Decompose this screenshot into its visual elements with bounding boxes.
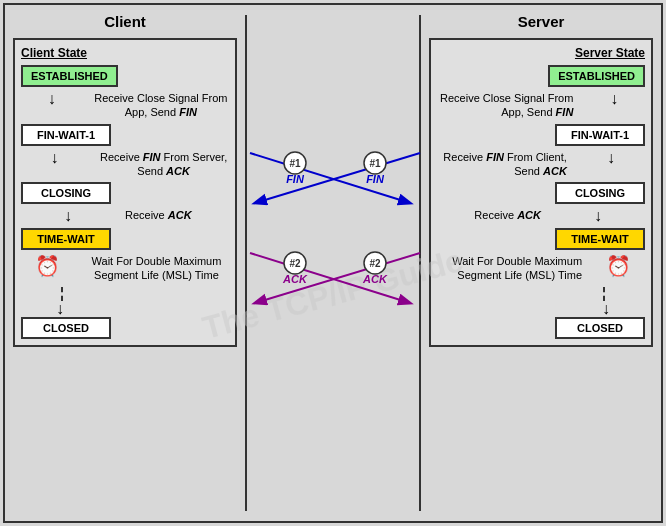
server-closed: CLOSED <box>555 317 645 339</box>
server-desc-1: Receive Close Signal From App, Send FIN <box>437 91 573 120</box>
client-closing: CLOSING <box>21 182 111 204</box>
server-state-title: Server State <box>437 46 645 60</box>
server-timewait: TIME-WAIT <box>555 228 645 250</box>
client-desc-2: Receive FIN From Server, Send ACK <box>98 150 229 179</box>
client-column: Client Client State ESTABLISHED ↓ Receiv… <box>5 5 245 521</box>
client-established: ESTABLISHED <box>21 65 118 87</box>
server-title: Server <box>429 13 653 30</box>
client-state-title: Client State <box>21 46 229 60</box>
server-closing: CLOSING <box>555 182 645 204</box>
client-title: Client <box>13 13 237 30</box>
server-established: ESTABLISHED <box>548 65 645 87</box>
middle-area <box>247 5 419 521</box>
client-finwait1: FIN-WAIT-1 <box>21 124 111 146</box>
client-desc-4: Wait For Double Maximum Segment Life (MS… <box>84 254 229 283</box>
client-desc-3: Receive ACK <box>125 208 192 222</box>
server-desc-4: Wait For Double Maximum Segment Life (MS… <box>437 254 582 283</box>
client-desc-1: Receive Close Signal From App, Send FIN <box>93 91 229 120</box>
main-diagram: The TCP/IP Guide #1 <box>3 3 663 523</box>
server-desc-2: Receive FIN From Client, Send ACK <box>437 150 567 179</box>
server-desc-3: Receive ACK <box>474 208 541 222</box>
client-closed: CLOSED <box>21 317 111 339</box>
server-column: Server Server State ESTABLISHED ↓ Receiv… <box>421 5 661 521</box>
server-finwait1: FIN-WAIT-1 <box>555 124 645 146</box>
client-timewait: TIME-WAIT <box>21 228 111 250</box>
